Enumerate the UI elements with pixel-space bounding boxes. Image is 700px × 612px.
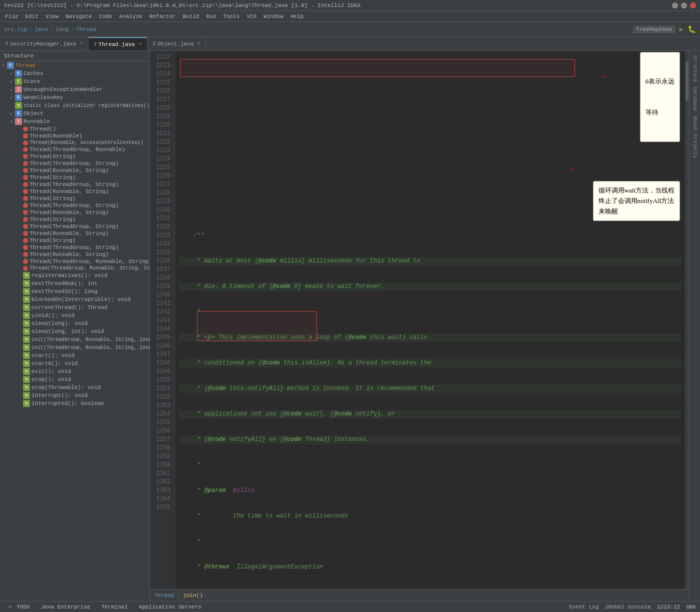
tree-item-ctor-11[interactable]: Thread(String) (0, 195, 150, 202)
menu-help[interactable]: Help (288, 12, 306, 20)
tree-item-yield[interactable]: m yield(): void (0, 312, 150, 320)
tree-item-sleep2[interactable]: m sleep(long, int): void (0, 328, 150, 336)
tree-item-ctor-19[interactable]: Thread(Runnable, String) (0, 251, 150, 258)
tree-item-currentThread[interactable]: m currentThread(): Thread (0, 304, 150, 312)
tab-security-manager[interactable]: J SecurityManager.java × (0, 37, 88, 50)
tree-item-sleep1[interactable]: m sleep(long): void (0, 320, 150, 328)
tree-item-ctor-13[interactable]: Thread(Runnable, String) (0, 209, 150, 216)
tree-item-nextThreadNum[interactable]: m nextThreadNum(): int (0, 280, 150, 288)
tree-item-state[interactable]: ▸ E State (0, 78, 150, 86)
tree-item-nextThreadID[interactable]: m nextThreadID(): long (0, 288, 150, 296)
tree-item-runnable[interactable]: ▾ I Runnable (0, 118, 150, 126)
sidebar-header: Structure (0, 51, 150, 62)
tree-item-start[interactable]: m start(): void (0, 352, 150, 360)
toolbar-project-name[interactable]: TreeMapDemo (633, 26, 676, 34)
menu-refactor[interactable]: Refactor (146, 12, 179, 20)
tab-terminal[interactable]: Terminal (97, 602, 132, 612)
menu-file[interactable]: File (2, 12, 21, 20)
tree-item-stop1[interactable]: m stop(): void (0, 376, 150, 384)
tree-item-blockedOn[interactable]: m blockedOn(Interruptible): void (0, 296, 150, 304)
tree-item-ctor-18[interactable]: Thread(ThreadGroup, String) (0, 244, 150, 251)
toolbar-srczip[interactable]: src.zip (4, 26, 27, 32)
code-line-1227: * if the value of {@code millis} is nega… (179, 588, 681, 589)
run-btn[interactable]: ▶ (680, 25, 684, 34)
tab-close-security[interactable]: × (80, 41, 83, 46)
tree-item-ctor-6[interactable]: Thread(ThreadGroup, String) (0, 160, 150, 167)
tree-item-weakclasskey[interactable]: ▸ C WeakClassKey (0, 94, 150, 102)
menu-vcs[interactable]: VCS (244, 12, 260, 20)
code-editor[interactable]: 1212 1213 1214 1215 1216 1217 1218 1219 … (150, 51, 685, 589)
tree-item-ctor-8[interactable]: Thread(String) (0, 174, 150, 181)
tab-app-servers[interactable]: Application Servers (134, 602, 206, 612)
tree-item-ctor-2[interactable]: Thread(Runnable) (0, 132, 150, 140)
code-line-1220: * applications not use {@code wait}, {@c… (179, 410, 681, 418)
tree-item-ctor-16[interactable]: Thread(Runnable, String) (0, 230, 150, 237)
tab-close-object[interactable]: × (198, 41, 200, 46)
close-btn[interactable] (690, 2, 696, 8)
jrebel-console[interactable]: JRebel Console (605, 604, 651, 610)
tree-item-ctor-9[interactable]: Thread(ThreadGroup, String) (0, 181, 150, 188)
maximize-btn[interactable] (681, 2, 687, 8)
tree-item-ctor-3[interactable]: Thread(Runnable, AccessControlContext) (0, 140, 150, 146)
menu-analyze[interactable]: Analyze (116, 12, 145, 20)
code-content[interactable]: 0表示永远 等待 ← 循环调用wait方法，当线程 终止了会调用notifyAl… (175, 51, 685, 589)
toolbar-thread[interactable]: Thread (76, 26, 96, 32)
tree-item-start0[interactable]: m start0(): void (0, 360, 150, 368)
tree-item-interrupted[interactable]: m interrupted(): boolean (0, 400, 150, 408)
tree-item-registerNatives[interactable]: m registerNatives(): void (0, 272, 150, 280)
tree-item-uncaught[interactable]: ▸ I UncaughtExceptionHandler (0, 86, 150, 94)
tab-java-enterprise[interactable]: Java Enterprise (36, 602, 95, 612)
vtab-maven[interactable]: Maven Projects (691, 114, 698, 160)
toolbar-java[interactable]: java (34, 26, 48, 32)
menu-view[interactable]: View (42, 12, 62, 20)
tree-item-ctor-10[interactable]: Thread(Runnable, String) (0, 188, 150, 195)
tree-item-exit[interactable]: m exit(): void (0, 368, 150, 376)
menu-code[interactable]: Code (96, 12, 115, 20)
tree-item-ctor-7[interactable]: Thread(Runnable, String) (0, 167, 150, 174)
tree-item-ctor-1[interactable]: Thread() (0, 126, 150, 132)
scrollbar-thumb[interactable] (686, 61, 688, 101)
encoding[interactable]: GBK (686, 604, 696, 610)
breadcrumb-join[interactable]: join() (183, 592, 203, 598)
menu-edit[interactable]: Edit (22, 12, 41, 20)
tree-item-thread[interactable]: ▾ C Thread (0, 62, 150, 70)
tree-item-object[interactable]: ▸ C Object (0, 110, 150, 118)
debug-btn[interactable]: 🐛 (688, 25, 696, 34)
tab-todo[interactable]: ⊙ TODO (4, 602, 34, 612)
tree-item-ctor-17[interactable]: Thread(String) (0, 237, 150, 244)
vtab-database[interactable]: Database (691, 85, 698, 113)
menu-navigate[interactable]: Navigate (62, 12, 95, 20)
tree-item-interrupt[interactable]: m interrupt(): void (0, 392, 150, 400)
event-log[interactable]: Event Log (569, 604, 598, 610)
code-line-1222: * (179, 461, 681, 470)
tree-item-ctor-5[interactable]: Thread(String) (0, 153, 150, 160)
menu-run[interactable]: Run (203, 12, 219, 20)
tree-item-ctor-15[interactable]: Thread(ThreadGroup, String) (0, 223, 150, 230)
toolbar-lang[interactable]: lang (56, 26, 68, 32)
breadcrumb-thread[interactable]: Thread (154, 592, 174, 598)
tree-item-ctor-12[interactable]: Thread(ThreadGroup, String) (0, 202, 150, 209)
tree-item-ctor-14[interactable]: Thread(String) (0, 216, 150, 223)
tree-item-ctor-20[interactable]: Thread(ThreadGroup, Runnable, String) (0, 258, 150, 265)
menu-tools[interactable]: Tools (220, 12, 242, 20)
vertical-scrollbar[interactable] (685, 51, 689, 589)
sidebar-content[interactable]: ▾ C Thread ▸ C Caches ▸ E State ▸ I Unca… (0, 62, 150, 601)
menu-window[interactable]: Window (260, 12, 286, 20)
tree-item-ctor-4[interactable]: Thread(ThreadGroup, Runnable) (0, 146, 150, 153)
tab-bar: J SecurityManager.java × J Thread.java ×… (0, 37, 700, 51)
tab-icon-security: J (5, 41, 8, 46)
tab-object[interactable]: J Object.java × (148, 37, 206, 50)
code-line-1218: * conditioned on {@code this.isAlive}. A… (179, 359, 681, 368)
minimize-btn[interactable] (672, 2, 678, 8)
tree-item-init2[interactable]: m init(ThreadGroup, Runnable, String, lo… (0, 344, 150, 352)
tree-item-caches[interactable]: ▸ C Caches (0, 70, 150, 78)
tree-item-static-init[interactable]: m static class initializer registerNativ… (0, 102, 150, 110)
tree-item-ctor-21[interactable]: Thread(ThreadGroup, Runnable, String, lo… (0, 265, 150, 272)
tree-item-stop2[interactable]: m stop(Throwable): void (0, 384, 150, 392)
tab-close-thread[interactable]: × (139, 42, 142, 47)
arrow-callout-2: ↙ (571, 164, 575, 172)
vtab-structure[interactable]: Structure (691, 53, 698, 84)
tree-item-init1[interactable]: m init(ThreadGroup, Runnable, String, lo… (0, 336, 150, 344)
tab-thread[interactable]: J Thread.java × (88, 37, 148, 50)
menu-build[interactable]: Build (180, 12, 202, 20)
